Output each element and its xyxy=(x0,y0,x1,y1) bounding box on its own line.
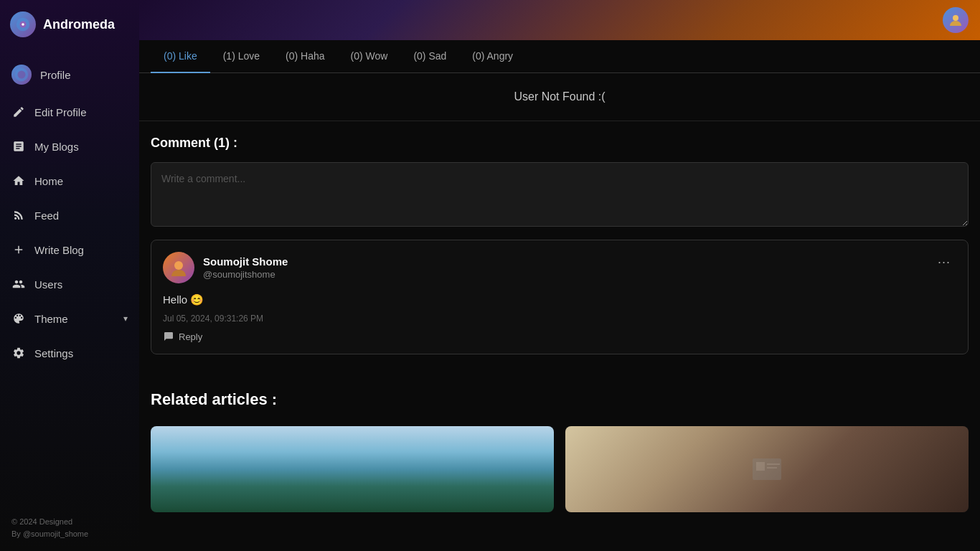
comment-card-header: Soumojit Shome @soumojitshome ··· xyxy=(163,252,956,283)
comment-handle: @soumojitshome xyxy=(203,269,288,280)
sidebar-theme-label: Theme xyxy=(34,313,68,325)
reaction-tab-haha[interactable]: (0) Haha xyxy=(273,40,337,73)
sidebar-nav: Profile Edit Profile My Blogs xyxy=(0,49,139,504)
footer-line2: By @soumojit_shome xyxy=(11,528,128,540)
reaction-tab-sad[interactable]: (0) Sad xyxy=(400,40,459,73)
sidebar-item-write-blog[interactable]: Write Blog xyxy=(0,232,139,267)
related-article-image-1 xyxy=(151,426,554,512)
main-content: (0) Like (1) Love (0) Haha (0) Wow (0) S… xyxy=(139,0,980,551)
svg-point-2 xyxy=(22,23,24,26)
comment-body: Hello 😊 xyxy=(163,293,956,306)
sidebar-footer: © 2024 Designed By @soumojit_shome xyxy=(0,504,139,551)
reaction-tab-angry[interactable]: (0) Angry xyxy=(459,40,526,73)
logo-avatar xyxy=(10,11,36,37)
sidebar-feed-label: Feed xyxy=(34,209,59,222)
sidebar-item-theme[interactable]: Theme ▾ xyxy=(0,301,139,336)
sidebar-logo[interactable]: Andromeda xyxy=(0,0,139,49)
theme-chevron-icon: ▾ xyxy=(123,314,128,324)
sidebar-users-label: Users xyxy=(34,278,62,291)
reaction-tab-wow[interactable]: (0) Wow xyxy=(338,40,401,73)
top-bar xyxy=(943,7,969,33)
comment-user-avatar xyxy=(163,252,194,283)
comment-user-details: Soumojit Shome @soumojitshome xyxy=(203,255,288,280)
comment-more-button[interactable]: ··· xyxy=(932,252,956,273)
app-title: Andromeda xyxy=(43,17,115,32)
svg-rect-10 xyxy=(767,467,777,468)
sidebar-item-users[interactable]: Users xyxy=(0,267,139,301)
sidebar-item-edit-profile[interactable]: Edit Profile xyxy=(0,95,139,129)
theme-icon xyxy=(11,311,26,326)
svg-point-6 xyxy=(174,261,183,270)
sidebar-write-blog-label: Write Blog xyxy=(34,244,84,256)
sidebar-item-feed[interactable]: Feed xyxy=(0,198,139,232)
related-article-card-2[interactable] xyxy=(565,426,969,512)
sidebar-edit-profile-label: Edit Profile xyxy=(34,106,87,118)
user-not-found-text: User Not Found :( xyxy=(514,90,605,103)
sidebar-home-label: Home xyxy=(34,175,63,187)
comment-card: Soumojit Shome @soumojitshome ··· Hello … xyxy=(151,240,969,354)
svg-rect-8 xyxy=(756,462,765,471)
feed-icon xyxy=(11,208,26,222)
user-avatar-top[interactable] xyxy=(943,7,969,33)
footer-line1: © 2024 Designed xyxy=(11,516,128,528)
related-articles-section: Related articles : xyxy=(139,369,980,527)
edit-icon xyxy=(11,105,26,119)
hero-banner xyxy=(139,0,980,40)
sidebar-item-my-blogs[interactable]: My Blogs xyxy=(0,129,139,164)
write-icon xyxy=(11,242,26,257)
settings-icon xyxy=(11,346,26,360)
related-article-card-1[interactable] xyxy=(151,426,554,512)
related-article-image-2 xyxy=(565,426,969,512)
comment-user-info: Soumojit Shome @soumojitshome xyxy=(163,252,288,283)
sidebar-profile-label: Profile xyxy=(40,69,71,81)
comment-section: Comment (1) : Soumojit Shome @soumojitsh… xyxy=(139,121,980,369)
svg-point-4 xyxy=(18,71,26,79)
reply-label: Reply xyxy=(179,331,202,342)
sidebar-item-profile[interactable]: Profile xyxy=(0,55,139,95)
sidebar-item-home[interactable]: Home xyxy=(0,164,139,198)
comment-textarea[interactable] xyxy=(151,162,969,227)
blogs-icon xyxy=(11,139,26,154)
sidebar: Andromeda Profile Edit Profile xyxy=(0,0,139,551)
related-articles-grid xyxy=(151,426,969,512)
comment-section-header: Comment (1) : xyxy=(151,136,969,151)
sidebar-settings-label: Settings xyxy=(34,347,73,359)
comment-username: Soumojit Shome xyxy=(203,255,288,268)
sidebar-item-settings[interactable]: Settings xyxy=(0,336,139,370)
comment-reply-button[interactable]: Reply xyxy=(163,331,956,342)
users-icon xyxy=(11,277,26,291)
reaction-tab-like[interactable]: (0) Like xyxy=(151,40,210,73)
svg-rect-9 xyxy=(767,463,780,465)
comment-timestamp: Jul 05, 2024, 09:31:26 PM xyxy=(163,314,956,324)
sidebar-my-blogs-label: My Blogs xyxy=(34,141,79,153)
profile-icon xyxy=(11,65,32,85)
reaction-tabs: (0) Like (1) Love (0) Haha (0) Wow (0) S… xyxy=(139,40,980,73)
related-articles-header: Related articles : xyxy=(151,390,969,409)
home-icon xyxy=(11,174,26,188)
svg-point-5 xyxy=(953,15,958,21)
reaction-tab-love[interactable]: (1) Love xyxy=(210,40,273,73)
user-not-found-message: User Not Found :( xyxy=(139,73,980,121)
